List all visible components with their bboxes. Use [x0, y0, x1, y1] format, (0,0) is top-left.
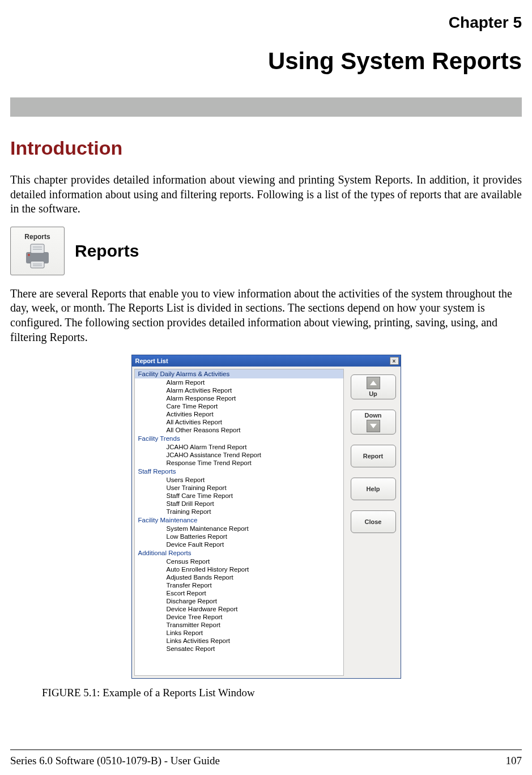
tree-item[interactable]: Auto Enrolled History Report [135, 565, 343, 573]
tree-item[interactable]: Device Tree Report [135, 613, 343, 621]
tree-item[interactable]: Care Time Report [135, 402, 343, 410]
tree-item[interactable]: Transmitter Report [135, 621, 343, 629]
tree-item[interactable]: JCAHO Assistance Trend Report [135, 451, 343, 459]
window-titlebar: Report List × [132, 355, 401, 367]
svg-rect-1 [31, 244, 44, 253]
tree-section-header[interactable]: Facility Trends [135, 434, 343, 443]
tree-item[interactable]: Transfer Report [135, 581, 343, 589]
tree-item[interactable]: Alarm Response Report [135, 394, 343, 402]
tree-item[interactable]: Device Hardware Report [135, 605, 343, 613]
arrow-up-icon [367, 377, 380, 389]
close-button-label: Close [365, 518, 382, 525]
tree-section-header[interactable]: Facility Maintenance [135, 516, 343, 525]
report-tree-panel[interactable]: Facility Daily Alarms & ActivitiesAlarm … [134, 369, 344, 676]
chapter-title: Using System Reports [10, 48, 522, 75]
tree-item[interactable]: Activities Report [135, 410, 343, 418]
footer-page-number: 107 [506, 755, 522, 767]
footer-left: Series 6.0 Software (0510-1079-B) - User… [10, 755, 220, 767]
reports-toolbar-icon-tile: Reports [10, 227, 65, 275]
tree-item[interactable]: Users Report [135, 476, 343, 484]
svg-rect-2 [31, 261, 44, 268]
up-button-label: Up [369, 390, 377, 397]
tree-item[interactable]: Staff Care Time Report [135, 492, 343, 500]
tree-item[interactable]: Response Time Trend Report [135, 459, 343, 467]
tree-item[interactable]: Alarm Report [135, 378, 343, 386]
svg-point-3 [28, 254, 30, 256]
tree-item[interactable]: All Other Reasons Report [135, 426, 343, 434]
window-title: Report List [135, 357, 168, 364]
tree-item[interactable]: All Activities Report [135, 418, 343, 426]
tree-item[interactable]: Census Report [135, 557, 343, 565]
report-button[interactable]: Report [351, 445, 396, 467]
tree-item[interactable]: Training Report [135, 508, 343, 516]
up-button[interactable]: Up [351, 374, 396, 399]
chapter-number: Chapter 5 [10, 0, 522, 32]
reports-paragraph: There are several Reports that enable yo… [10, 287, 522, 344]
intro-heading: Introduction [10, 137, 522, 159]
help-button[interactable]: Help [351, 478, 396, 500]
tree-item[interactable]: Staff Drill Report [135, 500, 343, 508]
figure-caption: FIGURE 5.1: Example of a Reports List Wi… [10, 687, 255, 699]
printer-icon [23, 242, 52, 269]
tree-item[interactable]: User Training Report [135, 484, 343, 492]
down-button-label: Down [365, 412, 382, 419]
help-button-label: Help [367, 486, 380, 492]
tree-item[interactable]: Links Report [135, 629, 343, 637]
tree-item[interactable]: Links Activities Report [135, 637, 343, 645]
tree-item[interactable]: System Maintenance Report [135, 525, 343, 533]
window-close-button[interactable]: × [390, 357, 399, 365]
tree-item[interactable]: Alarm Activities Report [135, 386, 343, 394]
intro-paragraph: This chapter provides detailed informati… [10, 173, 522, 216]
tree-section-header[interactable]: Staff Reports [135, 467, 343, 476]
footer-rule [10, 750, 522, 750]
tree-section-header[interactable]: Additional Reports [135, 548, 343, 557]
tree-item[interactable]: Sensatec Report [135, 645, 343, 653]
report-button-label: Report [363, 453, 383, 459]
arrow-down-icon [367, 420, 380, 432]
close-button[interactable]: Close [351, 510, 396, 533]
section-divider-bar [10, 97, 522, 117]
down-button[interactable]: Down [351, 410, 396, 435]
reports-toolbar-icon-label: Reports [24, 233, 50, 241]
tree-item[interactable]: Adjusted Bands Report [135, 573, 343, 581]
tree-item[interactable]: JCAHO Alarm Trend Report [135, 443, 343, 451]
tree-item[interactable]: Escort Report [135, 589, 343, 597]
tree-section-header[interactable]: Facility Daily Alarms & Activities [135, 369, 343, 378]
tree-item[interactable]: Low Batteries Report [135, 533, 343, 540]
reports-heading: Reports [75, 241, 139, 261]
tree-item[interactable]: Device Fault Report [135, 540, 343, 548]
report-list-window: Report List × Facility Daily Alarms & Ac… [131, 355, 401, 679]
tree-item[interactable]: Discharge Report [135, 597, 343, 605]
